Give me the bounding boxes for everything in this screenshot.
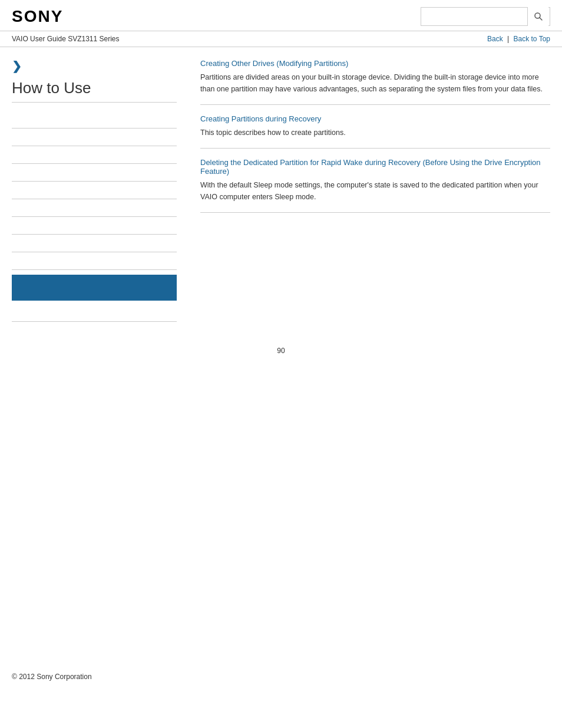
nav-separator: |	[507, 35, 511, 43]
section-1-text: Partitions are divided areas on your bui…	[200, 71, 550, 95]
section-divider-1	[200, 104, 550, 105]
nav-bar: VAIO User Guide SVZ1311 Series Back | Ba…	[0, 31, 562, 47]
section-3-text: With the default Sleep mode settings, th…	[200, 179, 550, 203]
back-link[interactable]: Back	[487, 35, 503, 43]
main-container: ❯ How to Use Creating Other Drives (Modi…	[0, 47, 562, 335]
section-3: Deleting the Dedicated Partition for Rap…	[200, 158, 550, 203]
sidebar-line-4[interactable]	[12, 165, 177, 182]
header: SONY	[0, 0, 562, 31]
section-2: Creating Partitions during Recovery This…	[200, 114, 550, 139]
sidebar: ❯ How to Use	[12, 59, 189, 323]
page-footer: 90	[0, 335, 562, 367]
search-icon	[534, 12, 543, 21]
sidebar-lines	[12, 112, 177, 322]
copyright: © 2012 Sony Corporation	[12, 673, 92, 681]
section-3-title[interactable]: Deleting the Dedicated Partition for Rap…	[200, 158, 550, 176]
sidebar-blue-block[interactable]	[12, 275, 177, 301]
svg-line-1	[540, 18, 542, 20]
sidebar-line-1[interactable]	[12, 112, 177, 129]
sidebar-title: How to Use	[12, 79, 177, 103]
sidebar-line-2[interactable]	[12, 130, 177, 146]
content: Creating Other Drives (Modifying Partiti…	[189, 59, 550, 323]
sidebar-line-6[interactable]	[12, 200, 177, 217]
breadcrumb-arrow[interactable]: ❯	[12, 59, 177, 73]
sidebar-line-5[interactable]	[12, 183, 177, 199]
sidebar-line-10[interactable]	[12, 305, 177, 322]
search-button[interactable]	[527, 7, 548, 26]
guide-title: VAIO User Guide SVZ1311 Series	[12, 35, 120, 43]
section-1: Creating Other Drives (Modifying Partiti…	[200, 59, 550, 95]
search-box	[421, 7, 550, 26]
sidebar-line-3[interactable]	[12, 147, 177, 164]
nav-links: Back | Back to Top	[487, 35, 550, 43]
page-number: 90	[277, 347, 285, 355]
sidebar-line-7[interactable]	[12, 218, 177, 235]
search-input[interactable]	[421, 10, 527, 24]
back-to-top-link[interactable]: Back to Top	[514, 35, 550, 43]
section-divider-2	[200, 148, 550, 149]
section-1-title[interactable]: Creating Other Drives (Modifying Partiti…	[200, 59, 550, 68]
section-divider-3	[200, 212, 550, 213]
sony-logo: SONY	[12, 7, 63, 26]
page-wrapper: SONY VAIO User Guide SVZ1311 Series Back…	[0, 0, 562, 728]
sidebar-line-9[interactable]	[12, 253, 177, 270]
section-2-text: This topic describes how to create parti…	[200, 127, 550, 139]
section-2-title[interactable]: Creating Partitions during Recovery	[200, 114, 550, 123]
sidebar-line-8[interactable]	[12, 236, 177, 252]
